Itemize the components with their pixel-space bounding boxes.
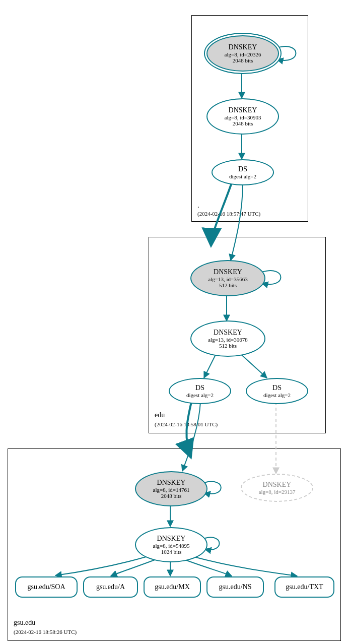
- gsu-missing-dnskey: DNSKEY alg=8, id=29137: [241, 474, 313, 502]
- edu-ds-2: DS digest alg=2: [246, 378, 308, 404]
- node-alg: alg=8, id=29137: [259, 489, 296, 495]
- gsu-zsk-dnskey: DNSKEY alg=8, id=54895 1024 bits: [135, 527, 207, 562]
- root-zsk-dnskey: DNSKEY alg=8, id=30903 2048 bits: [206, 98, 279, 135]
- rr-label: gsu.edu/A: [96, 583, 125, 591]
- root-ksk-dnskey: DNSKEY alg=8, id=20326 2048 bits: [206, 35, 279, 72]
- node-alg: digest alg=2: [263, 392, 291, 398]
- node-title: DS: [238, 165, 247, 173]
- node-alg: digest alg=2: [229, 173, 256, 179]
- node-bits: 2048 bits: [161, 493, 182, 499]
- root-ds: DS digest alg=2: [212, 159, 274, 185]
- node-alg: alg=13, id=35663: [208, 276, 247, 282]
- rr-a: gsu.edu/A: [83, 576, 138, 598]
- node-bits: 2048 bits: [233, 57, 253, 63]
- zone-gsu-label: gsu.edu: [14, 619, 35, 627]
- rr-label: gsu.edu/TXT: [286, 583, 323, 591]
- zone-root-label: .: [197, 202, 199, 210]
- node-title: DNSKEY: [214, 329, 242, 336]
- node-title: DNSKEY: [229, 106, 257, 114]
- node-title: DNSKEY: [157, 535, 186, 542]
- node-alg: digest alg=2: [186, 392, 214, 398]
- rr-label: gsu.edu/NS: [219, 583, 252, 591]
- zone-edu-timestamp: (2024-02-16 18:58:01 UTC): [155, 421, 218, 427]
- zone-edu-label: edu: [155, 411, 165, 419]
- node-title: DS: [195, 384, 204, 392]
- node-bits: 1024 bits: [161, 549, 182, 555]
- node-alg: alg=8, id=20326: [225, 51, 261, 57]
- rr-txt: gsu.edu/TXT: [274, 576, 334, 598]
- node-title: DNSKEY: [214, 268, 242, 276]
- edu-ksk-dnskey: DNSKEY alg=13, id=35663 512 bits: [190, 260, 265, 296]
- node-alg: alg=8, id=14761: [153, 487, 190, 493]
- edu-ds-1: DS digest alg=2: [169, 378, 231, 404]
- node-alg: alg=8, id=54895: [153, 543, 190, 549]
- node-bits: 2048 bits: [233, 120, 253, 126]
- edu-zsk-dnskey: DNSKEY alg=13, id=30678 512 bits: [190, 320, 265, 357]
- node-bits: 512 bits: [219, 343, 237, 349]
- rr-label: gsu.edu/MX: [155, 583, 190, 591]
- zone-gsu-timestamp: (2024-02-16 18:58:26 UTC): [14, 629, 77, 635]
- zone-root-timestamp: (2024-02-16 18:57:47 UTC): [197, 211, 260, 217]
- rr-label: gsu.edu/SOA: [27, 583, 65, 591]
- rr-mx: gsu.edu/MX: [144, 576, 201, 598]
- rr-soa: gsu.edu/SOA: [15, 576, 78, 598]
- node-alg: alg=13, id=30678: [208, 337, 247, 343]
- rr-ns: gsu.edu/NS: [206, 576, 264, 598]
- node-title: DNSKEY: [263, 481, 292, 488]
- node-title: DNSKEY: [229, 43, 257, 51]
- node-title: DS: [272, 384, 282, 392]
- gsu-ksk-dnskey: DNSKEY alg=8, id=14761 2048 bits: [135, 471, 207, 506]
- node-bits: 512 bits: [219, 282, 237, 288]
- node-title: DNSKEY: [157, 479, 186, 486]
- node-alg: alg=8, id=30903: [225, 114, 261, 120]
